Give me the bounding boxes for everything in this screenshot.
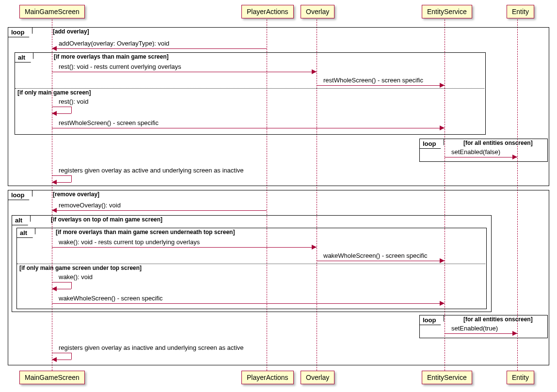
msg-text: setEnabled(true) — [451, 325, 498, 332]
frame-cond: [if more overlays than main game screen … — [56, 229, 235, 235]
participant-playeractions-top: PlayerActions — [241, 5, 294, 18]
msg-text: wakeWholeScreen() - screen specific — [323, 252, 428, 259]
participant-label: Entity — [512, 374, 529, 381]
participant-overlay-bottom: Overlay — [301, 371, 334, 384]
frame-label-loop: loop — [419, 139, 444, 149]
participant-entityservice-top: EntityService — [422, 5, 472, 18]
frame-cond: [for all entities onscreen] — [463, 140, 533, 146]
msg-text: rest(): void — [59, 98, 88, 105]
msg-text: setEnabled(false) — [451, 148, 500, 156]
frame-cond: [if overlays on top of main game screen] — [51, 216, 162, 223]
participant-label: EntityService — [427, 8, 467, 16]
frame-label-alt: alt — [12, 215, 31, 225]
participant-label: Entity — [512, 8, 529, 16]
participant-maingamescreen-bottom: MainGameScreen — [19, 371, 85, 384]
participant-entityservice-bottom: EntityService — [422, 371, 472, 384]
msg-text: wake(): void - rests current top underly… — [59, 238, 200, 246]
msg-text: wakeWholeScreen() - screen specific — [59, 295, 163, 302]
frame-label-alt: alt — [16, 228, 35, 238]
frame-label-alt: alt — [15, 52, 33, 63]
participant-overlay-top: Overlay — [301, 5, 334, 18]
participant-label: Overlay — [306, 374, 329, 381]
msg-text: wake(): void — [59, 273, 93, 281]
frame-cond: [add overlay] — [53, 28, 89, 35]
participant-maingamescreen-top: MainGameScreen — [19, 5, 85, 18]
frame-label-loop: loop — [8, 27, 32, 37]
alt-divider — [15, 88, 484, 89]
frame-label-loop: loop — [8, 190, 32, 200]
frame-label-loop: loop — [419, 315, 444, 325]
alt-divider — [17, 264, 485, 264]
msg-text: restWholeScreen() - screen specific — [323, 77, 423, 84]
participant-label: Overlay — [306, 8, 329, 16]
participant-entity-top: Entity — [507, 5, 534, 18]
participant-playeractions-bottom: PlayerActions — [241, 371, 294, 384]
participant-label: MainGameScreen — [25, 374, 80, 381]
msg-text: rest(): void - rests current overlying o… — [59, 63, 181, 70]
frame-cond: [if more overlays than main game screen] — [54, 53, 169, 60]
msg-text: removeOverlay(): void — [59, 202, 121, 209]
participant-label: PlayerActions — [247, 8, 288, 16]
alt-guard-else: [if only main game screen under top scre… — [19, 265, 142, 271]
participant-entity-bottom: Entity — [507, 371, 534, 384]
sequence-diagram: MainGameScreen PlayerActions Overlay Ent… — [5, 5, 552, 387]
msg-text: registers given overlay as inactive and … — [59, 344, 244, 351]
msg-text: registers given overlay as active and un… — [59, 167, 244, 174]
msg-text: addOverlay(overlay: OverlayType): void — [59, 40, 169, 47]
participant-label: MainGameScreen — [25, 8, 80, 16]
frame-cond: [remove overlay] — [53, 191, 99, 198]
frame-cond: [for all entities onscreen] — [463, 316, 533, 323]
participant-label: EntityService — [427, 374, 467, 381]
msg-text: restWholeScreen() - screen specific — [59, 119, 159, 126]
alt-guard-else: [if only main game screen] — [17, 89, 91, 96]
participant-label: PlayerActions — [247, 374, 288, 381]
